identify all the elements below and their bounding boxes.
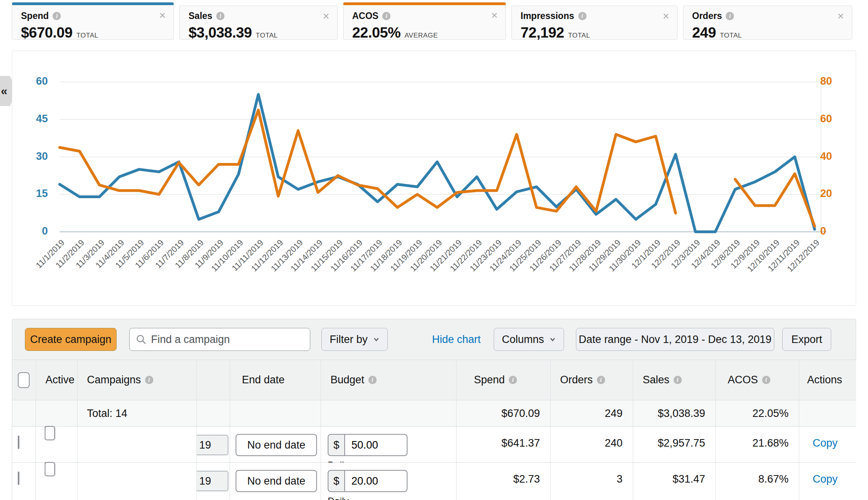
header-sales[interactable]: Sales i (633, 360, 716, 400)
acos-line-series (60, 110, 815, 226)
totals-acos: 22.05% (716, 400, 799, 426)
campaign-row: 19 No end date $ Daily $2.73 3 $31.47 8.… (12, 462, 856, 500)
row-actions-cell: Copy (799, 462, 856, 500)
totals-orders: 249 (551, 400, 633, 426)
info-icon[interactable]: i (597, 376, 605, 384)
right-axis-tick: 20 (820, 188, 848, 200)
metric-card-acos[interactable]: ACOS i × 22.05% AVERAGE (343, 2, 506, 40)
header-select-all-cell (12, 360, 36, 400)
row-spend: $641.37 (457, 426, 551, 462)
start-date-cell: 19 (197, 426, 230, 462)
row-spend: $2.73 (457, 462, 551, 500)
metric-card-sales[interactable]: Sales i × $3,038.39 TOTAL (179, 6, 338, 40)
close-icon[interactable]: × (663, 12, 669, 20)
date-range-button[interactable]: Date range - Nov 1, 2019 - Dec 13, 2019 (576, 328, 774, 351)
end-date-cell: No end date (230, 462, 321, 500)
left-axis-tick: 45 (20, 113, 48, 125)
left-axis-tick: 0 (20, 225, 48, 237)
start-date-input[interactable]: 19 (197, 471, 228, 491)
info-icon[interactable]: i (382, 12, 391, 20)
active-toggle[interactable] (45, 426, 46, 439)
info-icon[interactable]: i (216, 12, 225, 20)
info-icon[interactable]: i (762, 376, 770, 384)
card-title: Impressions (521, 11, 574, 21)
info-icon[interactable]: i (368, 376, 377, 384)
row-active-cell (36, 426, 77, 462)
info-icon[interactable]: i (674, 376, 682, 384)
end-date-input[interactable]: No end date (236, 470, 317, 492)
header-end-date: End date (230, 360, 321, 400)
totals-active-cell (36, 400, 77, 426)
columns-dropdown[interactable]: Columns (494, 328, 564, 351)
campaign-row: 19 No end date $ Daily $641.37 240 $2,95… (12, 426, 856, 462)
card-suffix: TOTAL (76, 32, 98, 40)
row-acos: 8.67% (716, 462, 799, 500)
totals-label: Total: 14 (77, 400, 197, 426)
metric-card-spend[interactable]: Spend i × $670.09 TOTAL (12, 2, 174, 40)
header-campaigns[interactable]: Campaigns i (77, 360, 197, 400)
totals-actions-cell (799, 400, 856, 426)
header-spend-label: Spend (474, 374, 505, 386)
card-value: 249 (692, 25, 716, 41)
end-date-input[interactable]: No end date (236, 434, 317, 456)
left-axis-tick: 15 (20, 188, 48, 200)
metric-card-impressions[interactable]: Impressions i × 72,192 TOTAL (511, 6, 677, 40)
budget-cell: $ Daily (321, 462, 457, 500)
create-campaign-button[interactable]: Create campaign (25, 328, 117, 351)
card-title: Spend (21, 11, 49, 21)
toggle-knob (45, 462, 55, 476)
header-orders-label: Orders (560, 374, 593, 386)
select-all-checkbox[interactable] (18, 372, 30, 388)
hide-chart-link[interactable]: Hide chart (432, 333, 481, 346)
card-suffix: AVERAGE (405, 32, 438, 40)
totals-budget-cell (321, 400, 457, 426)
header-spend[interactable]: Spend i (457, 360, 551, 400)
card-value: 72,192 (521, 25, 564, 41)
card-value: 22.05% (352, 25, 401, 41)
totals-checkbox-cell (12, 400, 36, 426)
campaign-table-panel: Create campaign Filter by Hide chart Col… (12, 319, 856, 500)
row-checkbox[interactable] (18, 472, 19, 485)
card-suffix: TOTAL (568, 32, 590, 40)
start-date-input[interactable]: 19 (197, 435, 228, 455)
search-input[interactable] (151, 333, 304, 346)
filter-by-label: Filter by (330, 333, 368, 346)
budget-input[interactable] (345, 434, 408, 456)
campaign-name-cell[interactable] (77, 462, 197, 500)
info-icon[interactable]: i (53, 12, 61, 20)
chevron-double-left-icon: « (1, 84, 8, 98)
table-header-row: Active Campaigns i End date Budget i Spe… (12, 360, 856, 400)
info-icon[interactable]: i (509, 376, 517, 384)
active-toggle[interactable] (45, 462, 46, 475)
left-axis-tick: 30 (20, 150, 48, 163)
close-icon[interactable]: × (491, 11, 498, 19)
row-checkbox[interactable] (18, 436, 19, 449)
card-suffix: TOTAL (256, 32, 278, 40)
close-icon[interactable]: × (838, 12, 844, 20)
info-icon[interactable]: i (578, 12, 587, 20)
right-axis-tick: 80 (820, 75, 848, 87)
close-icon[interactable]: × (323, 12, 329, 20)
row-orders: 3 (551, 462, 633, 500)
header-acos[interactable]: ACOS i (716, 360, 799, 400)
row-orders: 240 (551, 426, 633, 462)
close-icon[interactable]: × (159, 11, 166, 19)
card-title: Orders (692, 11, 722, 21)
header-orders[interactable]: Orders i (551, 360, 633, 400)
header-campaigns-label: Campaigns (87, 374, 141, 386)
metric-card-orders[interactable]: Orders i × 249 TOTAL (683, 6, 852, 40)
copy-link[interactable]: Copy (799, 427, 856, 449)
row-checkbox-cell (12, 462, 36, 500)
export-button[interactable]: Export (782, 328, 831, 351)
campaign-search-box[interactable] (129, 328, 310, 351)
budget-input[interactable] (345, 470, 408, 492)
chevron-down-icon (373, 336, 379, 343)
info-icon[interactable]: i (726, 12, 734, 20)
budget-cell: $ Daily (321, 426, 457, 462)
campaign-name-cell[interactable] (77, 426, 197, 462)
metric-cards-row: Spend i × $670.09 TOTAL Sales i × $3,038… (12, 2, 857, 40)
copy-link[interactable]: Copy (799, 463, 856, 485)
info-icon[interactable]: i (145, 376, 153, 384)
left-axis-tick: 60 (20, 75, 48, 87)
filter-by-dropdown[interactable]: Filter by (321, 328, 388, 351)
